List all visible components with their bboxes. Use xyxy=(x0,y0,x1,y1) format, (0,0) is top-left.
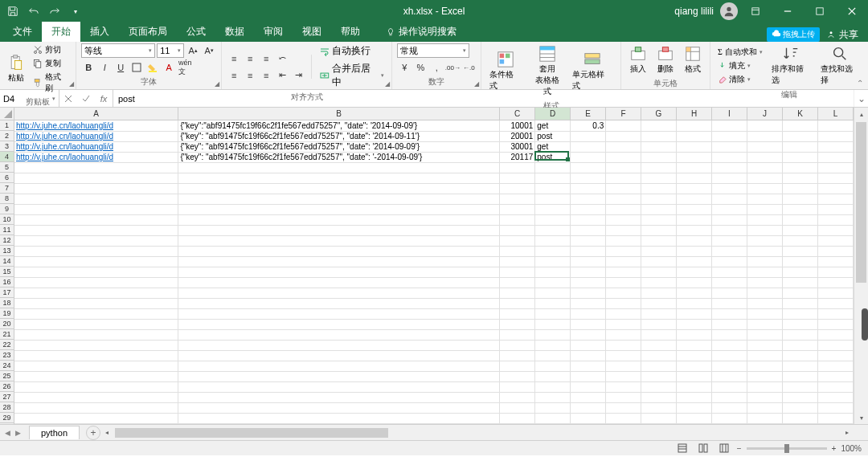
cell-G12[interactable] xyxy=(641,235,677,246)
cell-E3[interactable] xyxy=(571,141,606,152)
page-break-view-icon[interactable] xyxy=(716,442,732,455)
cell-L23[interactable] xyxy=(817,350,853,361)
cell-D23[interactable] xyxy=(535,350,571,361)
cell-E22[interactable] xyxy=(571,340,606,350)
cell-J18[interactable] xyxy=(747,298,783,308)
share-button[interactable]: 共享 xyxy=(826,28,858,42)
font-name-select[interactable]: 等线▾ xyxy=(81,43,155,58)
alignment-launcher-icon[interactable]: ◢ xyxy=(385,80,390,88)
cell-A15[interactable] xyxy=(14,267,178,277)
user-avatar-icon[interactable] xyxy=(720,2,738,20)
cell-G10[interactable] xyxy=(641,214,677,225)
italic-button[interactable]: I xyxy=(97,60,112,75)
cell-H21[interactable] xyxy=(677,329,712,340)
cell-G2[interactable] xyxy=(641,131,677,141)
cell-A12[interactable] xyxy=(14,235,178,246)
row-header-9[interactable]: 9 xyxy=(0,204,14,214)
cell-K1[interactable] xyxy=(783,120,818,131)
cell-H23[interactable] xyxy=(677,350,712,361)
cell-H15[interactable] xyxy=(677,267,712,277)
conditional-format-button[interactable]: 条件格式 xyxy=(486,49,525,93)
cell-G25[interactable] xyxy=(641,371,677,381)
cell-F14[interactable] xyxy=(606,256,641,267)
col-header-J[interactable]: J xyxy=(747,108,783,120)
format-as-table-button[interactable]: 套用 表格格式 xyxy=(528,43,567,99)
cell-I21[interactable] xyxy=(712,329,747,340)
cell-I12[interactable] xyxy=(712,235,747,246)
cell-D17[interactable] xyxy=(535,288,571,298)
sheet-nav[interactable]: ◀▶ xyxy=(0,429,26,437)
cell-B21[interactable] xyxy=(178,329,500,340)
cell-F2[interactable] xyxy=(606,131,641,141)
cell-A22[interactable] xyxy=(14,340,178,350)
cell-B17[interactable] xyxy=(178,288,500,298)
autosum-button[interactable]: Σ自动求和 ▾ xyxy=(715,46,765,59)
cell-L26[interactable] xyxy=(817,381,853,392)
cell-A4[interactable]: http://v.juhe.cn/laohuangli/d xyxy=(14,152,178,162)
cell-K9[interactable] xyxy=(783,204,818,214)
cell-D24[interactable] xyxy=(535,361,571,371)
cell-B26[interactable] xyxy=(178,381,500,392)
cell-J9[interactable] xyxy=(747,204,783,214)
cell-D20[interactable] xyxy=(535,319,571,329)
cell-E1[interactable]: 0.3 xyxy=(571,120,606,131)
cell-A29[interactable] xyxy=(14,413,178,423)
cell-C4[interactable]: 20117 xyxy=(500,152,535,162)
cell-G20[interactable] xyxy=(641,319,677,329)
col-header-L[interactable]: L xyxy=(818,108,854,120)
zoom-level[interactable]: 100% xyxy=(841,444,862,453)
cell-A21[interactable] xyxy=(14,329,178,340)
cell-L1[interactable] xyxy=(817,120,853,131)
user-name[interactable]: qiang lilili xyxy=(674,6,714,17)
cell-D26[interactable] xyxy=(535,381,571,392)
font-launcher-icon[interactable]: ◢ xyxy=(215,80,219,88)
cell-E5[interactable] xyxy=(571,162,606,173)
cell-B9[interactable] xyxy=(178,204,500,214)
cell-D15[interactable] xyxy=(535,267,571,277)
cell-B15[interactable] xyxy=(178,267,500,277)
cell-G18[interactable] xyxy=(641,298,677,308)
number-launcher-icon[interactable]: ◢ xyxy=(474,80,479,88)
cell-C16[interactable] xyxy=(500,277,535,288)
cell-J16[interactable] xyxy=(747,277,783,288)
cell-A9[interactable] xyxy=(14,204,178,214)
cell-J29[interactable] xyxy=(747,413,783,423)
cell-L27[interactable] xyxy=(817,392,853,402)
col-header-A[interactable]: A xyxy=(14,108,178,120)
cell-C22[interactable] xyxy=(500,340,535,350)
align-bottom-icon[interactable]: ≡ xyxy=(259,51,273,66)
cell-E12[interactable] xyxy=(571,235,606,246)
row-header-7[interactable]: 7 xyxy=(0,183,14,194)
cell-A19[interactable] xyxy=(14,308,178,319)
cell-K28[interactable] xyxy=(783,402,818,413)
cell-F21[interactable] xyxy=(606,329,641,340)
cell-L12[interactable] xyxy=(817,235,853,246)
sheet-tab-python[interactable]: python xyxy=(29,426,80,439)
cell-K23[interactable] xyxy=(783,350,818,361)
row-header-1[interactable]: 1 xyxy=(0,120,14,131)
cell-B13[interactable] xyxy=(178,246,500,256)
row-header-5[interactable]: 5 xyxy=(0,162,14,173)
cell-I10[interactable] xyxy=(712,214,747,225)
cell-I27[interactable] xyxy=(712,392,747,402)
cell-E27[interactable] xyxy=(571,392,606,402)
cell-E24[interactable] xyxy=(571,361,606,371)
cell-L24[interactable] xyxy=(817,361,853,371)
cell-I26[interactable] xyxy=(712,381,747,392)
cell-D13[interactable] xyxy=(535,246,571,256)
cell-B16[interactable] xyxy=(178,277,500,288)
cell-B4[interactable]: {"key": "abf91475fc19f66c2f1fe567edd7525… xyxy=(178,152,500,162)
cell-L7[interactable] xyxy=(817,183,853,194)
scroll-right-icon[interactable]: ▸ xyxy=(841,427,854,438)
sheet-prev-icon[interactable]: ◀ xyxy=(5,429,10,437)
cell-L21[interactable] xyxy=(817,329,853,340)
cell-E13[interactable] xyxy=(571,246,606,256)
cell-F22[interactable] xyxy=(606,340,641,350)
cell-C25[interactable] xyxy=(500,371,535,381)
cell-F11[interactable] xyxy=(606,225,641,235)
insert-function-icon[interactable]: fx xyxy=(95,94,113,104)
cell-J8[interactable] xyxy=(747,194,783,204)
cell-C13[interactable] xyxy=(500,246,535,256)
cell-H4[interactable] xyxy=(677,152,712,162)
cell-H22[interactable] xyxy=(677,340,712,350)
